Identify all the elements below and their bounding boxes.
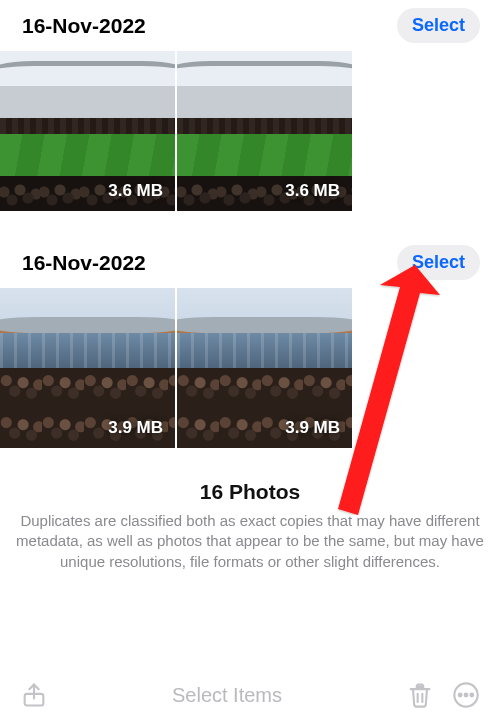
group-date: 16-Nov-2022 <box>22 251 146 275</box>
group-date: 16-Nov-2022 <box>22 14 146 38</box>
file-size-badge: 3.6 MB <box>285 181 340 201</box>
svg-point-4 <box>470 694 473 697</box>
photo-thumbnail[interactable]: 3.6 MB <box>0 51 175 211</box>
summary-title: 16 Photos <box>14 480 486 504</box>
file-size-badge: 3.6 MB <box>108 181 163 201</box>
group-header: 16-Nov-2022 Select <box>0 237 500 288</box>
duplicate-group: 16-Nov-2022 Select 3.9 MB 3.9 MB <box>0 237 500 448</box>
svg-point-2 <box>459 694 462 697</box>
select-button[interactable]: Select <box>397 245 480 280</box>
trash-icon[interactable] <box>406 681 434 709</box>
summary-section: 16 Photos Duplicates are classified both… <box>0 480 500 572</box>
thumbnail-row: 3.9 MB 3.9 MB <box>0 288 500 448</box>
summary-description: Duplicates are classified both as exact … <box>14 511 486 572</box>
select-button[interactable]: Select <box>397 8 480 43</box>
select-items-button[interactable]: Select Items <box>66 684 388 707</box>
photo-thumbnail[interactable]: 3.9 MB <box>177 288 352 448</box>
duplicate-group: 16-Nov-2022 Select 3.6 MB 3.6 MB <box>0 0 500 211</box>
more-icon[interactable] <box>452 681 480 709</box>
file-size-badge: 3.9 MB <box>285 418 340 438</box>
photo-thumbnail[interactable]: 3.9 MB <box>0 288 175 448</box>
share-icon[interactable] <box>20 681 48 709</box>
bottom-toolbar: Select Items <box>0 663 500 727</box>
svg-point-3 <box>465 694 468 697</box>
photo-thumbnail[interactable]: 3.6 MB <box>177 51 352 211</box>
file-size-badge: 3.9 MB <box>108 418 163 438</box>
thumbnail-row: 3.6 MB 3.6 MB <box>0 51 500 211</box>
group-header: 16-Nov-2022 Select <box>0 0 500 51</box>
